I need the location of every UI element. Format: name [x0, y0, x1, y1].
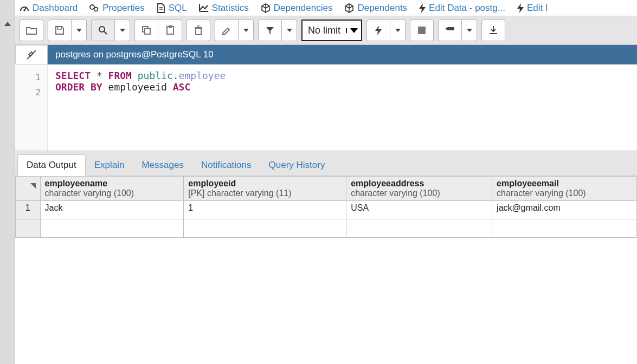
- line-number-gutter: 1 2: [15, 64, 48, 151]
- tab-label: SQL: [169, 3, 187, 14]
- grid-cell[interactable]: 1: [184, 201, 346, 219]
- lightning-icon: [419, 3, 426, 13]
- package-icon: [344, 3, 354, 13]
- svg-point-7: [99, 27, 105, 32]
- svg-rect-11: [167, 27, 173, 34]
- result-tabbar: Data Output Explain Messages Notificatio…: [15, 151, 637, 176]
- dashboard-icon: [20, 4, 29, 12]
- filter-button[interactable]: [258, 20, 282, 41]
- side-splitter-gutter[interactable]: [0, 0, 15, 364]
- sql-code-area[interactable]: SELECT * FROM public.employee ORDER BY e…: [48, 64, 637, 151]
- tab-sql[interactable]: SQL: [157, 3, 187, 14]
- stop-button[interactable]: [410, 20, 434, 41]
- result-tab-data-output[interactable]: Data Output: [17, 154, 86, 176]
- top-tabbar: Dashboard Properties SQL Statistics Depe…: [15, 0, 637, 16]
- chevron-up-icon: [4, 22, 11, 26]
- paste-button[interactable]: [158, 20, 182, 41]
- column-header[interactable]: employeeid[PK] character varying (11): [184, 177, 346, 201]
- find-button[interactable]: [91, 20, 115, 41]
- save-file-dropdown[interactable]: [72, 20, 87, 41]
- tab-label: Properties: [102, 3, 144, 14]
- result-grid[interactable]: employeenamecharacter varying (100) empl…: [15, 176, 637, 238]
- edit-dropdown[interactable]: [239, 20, 254, 41]
- tab-label: Statistics: [212, 3, 249, 14]
- connection-title: postgres on postgres@PostgreSQL 10: [48, 45, 637, 64]
- open-file-button[interactable]: [20, 20, 43, 41]
- disconnect-button[interactable]: [15, 45, 48, 64]
- svg-rect-13: [196, 28, 201, 35]
- svg-rect-12: [169, 25, 172, 28]
- tab-properties[interactable]: Properties: [89, 3, 144, 14]
- tab-label: Edit I: [527, 3, 548, 14]
- svg-line-8: [104, 31, 107, 34]
- save-file-button[interactable]: [48, 20, 72, 41]
- row-limit-dropdown[interactable]: [346, 28, 361, 33]
- execute-button[interactable]: [366, 20, 390, 41]
- grid-cell[interactable]: USA: [346, 201, 492, 219]
- svg-point-3: [94, 7, 98, 11]
- tab-label: Dashboard: [33, 3, 78, 14]
- gears-icon: [89, 4, 99, 12]
- chart-line-icon: [199, 4, 209, 12]
- download-button[interactable]: [481, 20, 505, 41]
- tab-edit-data-2[interactable]: Edit I: [517, 3, 548, 14]
- package-icon: [261, 3, 271, 13]
- row-limit-select[interactable]: No limit: [301, 20, 362, 41]
- delete-row-button[interactable]: [186, 20, 210, 41]
- tab-label: Edit Data - postg...: [429, 3, 505, 14]
- tab-dependencies[interactable]: Dependencies: [261, 3, 333, 14]
- filter-dropdown[interactable]: [282, 20, 297, 41]
- execute-dropdown[interactable]: [390, 20, 406, 41]
- result-tab-notifications[interactable]: Notifications: [192, 155, 260, 176]
- file-sql-icon: [157, 3, 165, 13]
- row-number-cell[interactable]: 1: [16, 201, 41, 219]
- copy-button[interactable]: [134, 20, 158, 41]
- table-row-empty[interactable]: [16, 219, 637, 238]
- svg-rect-10: [145, 29, 150, 34]
- edit-button[interactable]: [215, 20, 239, 41]
- row-limit-value: No limit: [303, 25, 346, 36]
- query-toolbar: No limit: [15, 16, 637, 45]
- tab-edit-data-1[interactable]: Edit Data - postg...: [419, 3, 505, 14]
- clear-button[interactable]: [438, 20, 462, 41]
- tab-dashboard[interactable]: Dashboard: [20, 3, 78, 14]
- svg-rect-6: [57, 27, 61, 29]
- grid-cell[interactable]: jack@gmail.com: [492, 201, 637, 219]
- table-row[interactable]: 1 Jack 1 USA jack@gmail.com: [16, 201, 637, 219]
- tab-label: Dependencies: [274, 3, 333, 14]
- lightning-icon: [517, 3, 524, 13]
- clear-dropdown[interactable]: [462, 20, 477, 41]
- column-header[interactable]: employeenamecharacter varying (100): [40, 177, 184, 201]
- svg-rect-16: [418, 27, 426, 34]
- column-header[interactable]: employeeaddresscharacter varying (100): [346, 177, 492, 201]
- column-header[interactable]: employeeemailcharacter varying (100): [492, 177, 637, 201]
- grid-cell[interactable]: Jack: [40, 201, 184, 219]
- triangle-icon: [30, 183, 36, 188]
- tab-label: Dependents: [357, 3, 407, 14]
- tab-dependents[interactable]: Dependents: [344, 3, 407, 14]
- result-tab-messages[interactable]: Messages: [133, 155, 192, 176]
- find-dropdown[interactable]: [115, 20, 130, 41]
- result-tab-explain[interactable]: Explain: [86, 155, 133, 176]
- result-tab-query-history[interactable]: Query History: [260, 155, 334, 176]
- row-number-header[interactable]: [16, 177, 41, 201]
- sql-editor[interactable]: 1 2 SELECT * FROM public.employee ORDER …: [15, 64, 637, 151]
- tab-statistics[interactable]: Statistics: [199, 3, 249, 14]
